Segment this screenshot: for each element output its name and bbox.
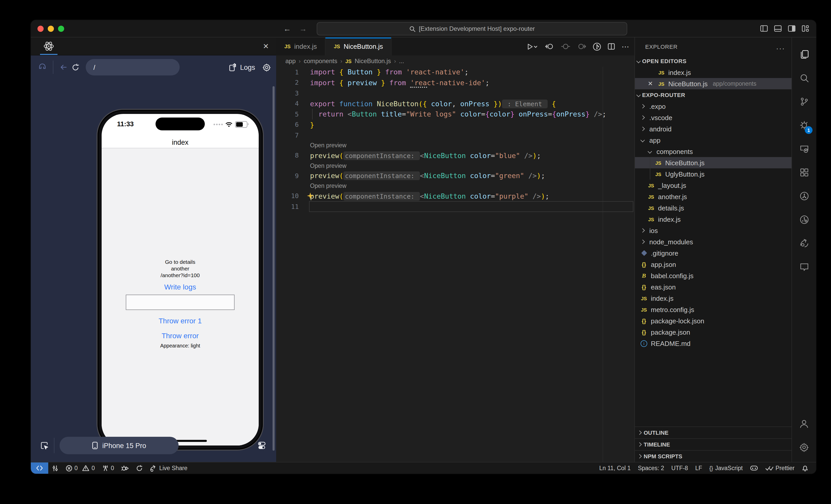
statusbar-utf-8[interactable]: UTF-8 [668,463,692,474]
tree-item-.vscode[interactable]: .vscode [635,112,792,123]
explorer-more-actions-icon[interactable]: ... [776,42,785,51]
customize-layout-icon[interactable] [802,25,809,32]
comments-icon[interactable] [792,255,816,279]
tree-item-index.js[interactable]: JSindex.js [635,213,792,225]
tree-item-README.md[interactable]: iREADME.md [635,338,792,349]
section-npm-scripts[interactable]: NPM SCRIPTS [635,450,792,462]
tree-item-.gitignore[interactable]: .gitignore [635,247,792,259]
tree-item-.expo[interactable]: .expo [635,100,792,112]
statusbar-bell[interactable] [798,463,812,474]
tree-item-package-lock.json[interactable]: {}package-lock.json [635,315,792,326]
editor-tab-NiceButton.js[interactable]: JSNiceButton.js [326,37,392,55]
tree-item-app[interactable]: app [635,135,792,146]
history-back-icon[interactable]: ← [283,24,291,33]
more-actions-icon[interactable]: ⋯ [622,42,629,51]
editor-tab-index.js[interactable]: JSindex.js [276,37,326,55]
run-graph-a-icon[interactable] [792,184,816,208]
settings-gear-icon[interactable] [262,63,271,71]
section-timeline[interactable]: TIMELINE [635,438,792,450]
device-preview-icon[interactable] [792,137,816,161]
open-preview-codelens[interactable]: Open preview [310,162,346,169]
element-inspector-icon[interactable] [38,63,47,71]
text-input[interactable] [126,295,235,310]
device-settings-toggles-icon[interactable] [258,441,266,450]
open-editors-header[interactable]: OPEN EDITORS [635,55,792,67]
breadcrumb-item[interactable]: NiceButton.js [355,58,391,65]
close-window-button[interactable] [37,25,44,32]
radon-ide-icon[interactable]: 1 [792,113,816,137]
route-url-field[interactable]: / [86,59,180,76]
another-id-link[interactable]: /another?id=100 [102,272,259,279]
breadcrumb-item[interactable]: components [304,58,337,65]
another-link[interactable]: another [102,265,259,272]
open-preview-codelens[interactable]: Open preview [310,142,346,148]
live-preview-icon[interactable] [792,232,816,255]
zoom-window-button[interactable] [58,25,64,32]
breadcrumb-item[interactable]: app [285,58,296,65]
tree-item-metro.config.js[interactable]: JSmetro.config.js [635,304,792,315]
inspect-pointer-icon[interactable] [40,441,49,450]
split-editor-icon[interactable] [608,43,615,50]
section-outline[interactable]: OUTLINE [635,426,792,438]
toggle-panel-icon[interactable] [774,25,782,32]
open-editor-index.js[interactable]: JSindex.js [635,67,792,78]
search-icon[interactable] [792,66,816,90]
extensions-grid-icon[interactable] [792,161,816,184]
write-logs-button[interactable]: Write logs [102,283,259,291]
statusbar-tower[interactable]: 0 [98,463,118,474]
step-back-icon[interactable] [545,43,554,50]
source-control-icon[interactable] [792,90,816,113]
statusbar-lf[interactable]: LF [692,463,706,474]
project-section-header[interactable]: EXPO-ROUTER [635,89,792,100]
settings-icon[interactable] [792,435,816,459]
tree-item-eas.json[interactable]: {}eas.json [635,281,792,293]
close-editor-icon[interactable]: ✕ [646,80,654,87]
open-preview-codelens[interactable]: Open preview [310,183,346,189]
remote-indicator[interactable] [31,463,48,474]
tree-item-details.js[interactable]: JSdetails.js [635,202,792,213]
go-to-details-link[interactable]: Go to details [102,259,259,265]
account-icon[interactable] [792,412,816,435]
tree-item-ios[interactable]: ios [635,225,792,236]
open-editor-NiceButton.js[interactable]: ✕JSNiceButton.jsapp/components [635,78,792,89]
statusbar-javascript[interactable]: {}JavaScript [706,463,746,474]
statusbar-liveshare[interactable]: Live Share [146,463,191,474]
statusbar-tools[interactable] [48,463,62,474]
panel-close-icon[interactable]: ✕ [261,41,271,51]
tree-item-index.js[interactable]: JSindex.js [635,293,792,304]
run-graph-b-icon[interactable] [792,208,816,232]
tree-item-UglyButton.js[interactable]: JSUglyButton.js [635,168,792,180]
tree-item-package.json[interactable]: {}package.json [635,326,792,338]
reload-icon[interactable] [72,63,80,71]
tree-item-node_modules[interactable]: node_modules [635,236,792,247]
toggle-secondary-sidebar-icon[interactable] [788,25,796,32]
statusbar-sync[interactable] [133,463,146,474]
command-center-search[interactable]: [Extension Development Host] expo-router [317,22,627,35]
files-icon[interactable] [792,42,816,66]
minimize-window-button[interactable] [48,25,54,32]
history-forward-icon[interactable]: → [299,24,307,33]
statusbar-spaces-2[interactable]: Spaces: 2 [634,463,667,474]
nav-back-icon[interactable] [60,64,68,71]
statusbar-copilot[interactable] [746,463,762,474]
expo-panel-tab[interactable] [31,37,67,55]
throw-error-button[interactable]: Throw error [102,331,259,340]
step-over-icon[interactable] [561,43,570,50]
statusbar-prettier[interactable]: Prettier [762,463,798,474]
tree-item-components[interactable]: components [635,146,792,157]
tree-item-another.js[interactable]: JSanother.js [635,191,792,202]
throw-error-1-button[interactable]: Throw error 1 [102,317,259,325]
statusbar-ln-11-col-1[interactable]: Ln 11, Col 1 [596,463,634,474]
tree-item-android[interactable]: android [635,123,792,135]
device-selector[interactable]: iPhone 15 Pro [60,437,179,454]
tree-item-app.json[interactable]: {}app.json [635,259,792,270]
step-forward-icon[interactable] [577,43,586,50]
statusbar-debug[interactable] [118,463,133,474]
tree-item-babel.config.js[interactable]: Bbabel.config.js [635,270,792,281]
code-area[interactable]: 1import { Button } from 'react-native';2… [276,67,634,462]
run-graph-icon[interactable] [593,42,601,51]
copilot-sparkle-icon[interactable] [307,193,314,199]
statusbar-errwarn[interactable]: 00 [62,463,98,474]
tree-item-_layout.js[interactable]: JS_layout.js [635,180,792,191]
run-button[interactable] [527,43,539,50]
